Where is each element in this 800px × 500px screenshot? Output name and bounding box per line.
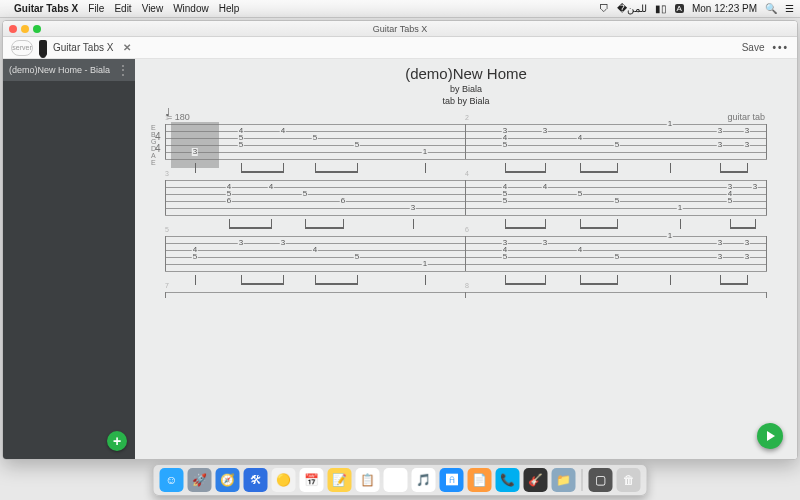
menu-window[interactable]: Window	[173, 3, 209, 14]
dock-app-folder[interactable]: 📁	[552, 468, 576, 492]
sidebar: (demo)New Home - Biala ⋮ +	[3, 59, 135, 459]
dock-app-appstore[interactable]: 🅰	[440, 468, 464, 492]
dock-app-safari[interactable]: 🧭	[216, 468, 240, 492]
dock-app-trash[interactable]: 🗑	[617, 468, 641, 492]
staff-system-3[interactable]: 5 6 45 3 3 4 5 1 345 3 4 5	[165, 236, 767, 278]
dock-app-terminal[interactable]: ▢	[589, 468, 613, 492]
more-menu-button[interactable]: •••	[772, 42, 789, 53]
song-title: (demo)New Home	[165, 65, 767, 82]
status-shield-icon[interactable]: ⛉	[599, 3, 609, 14]
measure-number: 2	[465, 114, 469, 121]
play-button[interactable]	[757, 423, 783, 449]
song-artist: by Biala	[165, 84, 767, 94]
dock-app-skype[interactable]: 📞	[496, 468, 520, 492]
dock-app-music[interactable]: 🎵	[412, 468, 436, 492]
song-tabber: tab by Biala	[165, 96, 767, 106]
app-window: Guitar Tabs X server Guitar Tabs X ✕ Sav…	[2, 20, 798, 460]
tempo-label: ♩= 180	[167, 112, 190, 122]
menu-help[interactable]: Help	[219, 3, 240, 14]
measure-number: 1	[165, 114, 169, 121]
menubar-list-icon[interactable]: ☰	[785, 3, 794, 14]
menu-app[interactable]: Guitar Tabs X	[14, 3, 78, 14]
dock-app-pages[interactable]: 📄	[468, 468, 492, 492]
dock-app-launchpad[interactable]: 🚀	[188, 468, 212, 492]
server-badge[interactable]: server	[11, 40, 33, 56]
measure-number: 4	[465, 170, 469, 177]
menu-view[interactable]: View	[142, 3, 164, 14]
window-title: Guitar Tabs X	[3, 24, 797, 34]
staff-system-4[interactable]: 7 8	[165, 292, 767, 298]
app-toolbar: server Guitar Tabs X ✕ Save •••	[3, 37, 797, 59]
window-close-button[interactable]	[9, 25, 17, 33]
track-label: guitar tab	[727, 112, 765, 122]
measure-number: 8	[465, 282, 469, 289]
tab-editor[interactable]: (demo)New Home by Biala tab by Biala ♩= …	[135, 59, 797, 459]
dock-app-calendar[interactable]: 📅	[300, 468, 324, 492]
dock-app-calendar2[interactable]: 🗓	[384, 468, 408, 492]
measure-number: 5	[165, 226, 169, 233]
window-minimize-button[interactable]	[21, 25, 29, 33]
measure-number: 6	[465, 226, 469, 233]
menu-file[interactable]: File	[88, 3, 104, 14]
menubar-clock[interactable]: Mon 12:23 PM	[692, 3, 757, 14]
guitar-icon	[39, 40, 47, 56]
save-button[interactable]: Save	[742, 42, 765, 53]
close-tab-button[interactable]: ✕	[123, 42, 131, 53]
add-song-button[interactable]: +	[107, 431, 127, 451]
dock: ☺🚀🧭🛠🟡📅📝📋🗓🎵🅰📄📞🎸📁▢🗑	[153, 464, 648, 496]
playhead-cursor[interactable]	[171, 122, 219, 168]
measure-number: 3	[165, 170, 169, 177]
sidebar-item-label: (demo)New Home - Biala	[9, 65, 110, 75]
staff-system-2[interactable]: 3 4 456 4 5 6 3 455 4 5 5 1	[165, 180, 767, 222]
dock-app-xcode[interactable]: 🛠	[244, 468, 268, 492]
status-wifi-icon[interactable]: �للمن	[617, 3, 647, 14]
spotlight-icon[interactable]: 🔍	[765, 3, 777, 14]
dock-app-guitartabs[interactable]: 🎸	[524, 468, 548, 492]
app-name-label: Guitar Tabs X	[53, 42, 113, 53]
menu-edit[interactable]: Edit	[114, 3, 131, 14]
measure-number: 7	[165, 282, 169, 289]
dock-app-notes[interactable]: 📝	[328, 468, 352, 492]
mac-menubar: Guitar Tabs X File Edit View Window Help…	[0, 0, 800, 18]
status-battery-icon[interactable]: ▮▯	[655, 3, 667, 14]
window-titlebar[interactable]: Guitar Tabs X	[3, 21, 797, 37]
sidebar-item-song[interactable]: (demo)New Home - Biala ⋮	[3, 59, 135, 81]
dock-app-chrome[interactable]: 🟡	[272, 468, 296, 492]
status-input-icon[interactable]: A	[675, 4, 684, 13]
staff-system-1[interactable]: EBGDAE 44 1 2 3 455 4 5 5 1	[165, 124, 767, 166]
play-icon	[767, 431, 775, 441]
window-zoom-button[interactable]	[33, 25, 41, 33]
dock-app-reminders[interactable]: 📋	[356, 468, 380, 492]
dock-app-finder[interactable]: ☺	[160, 468, 184, 492]
